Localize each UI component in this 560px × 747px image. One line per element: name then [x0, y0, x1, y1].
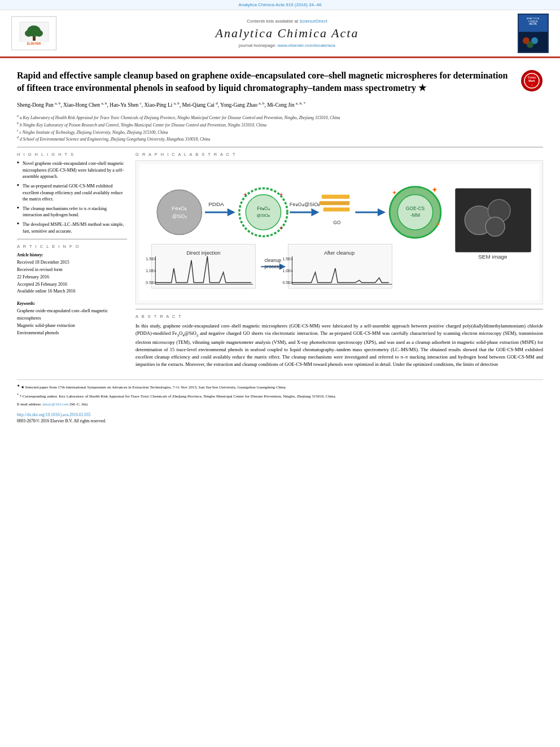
- abstract-header: A B S T R A C T: [135, 314, 543, 319]
- svg-text:-MM: -MM: [410, 213, 420, 219]
- two-column-layout: H I G H L I G H T S Novel graphene oxide…: [17, 152, 543, 368]
- svg-text:1.5E4: 1.5E4: [282, 257, 293, 261]
- highlight-item-4: The developed MSPE–LC–MS/MS method was s…: [17, 221, 127, 234]
- svg-text:@SiO₂: @SiO₂: [257, 213, 270, 219]
- graphical-abstract-section: G R A P H I C A L A B S T R A C T Fe₃O₄ …: [135, 152, 543, 304]
- email-label: E-mail address:: [17, 402, 42, 407]
- svg-text:0.5E4: 0.5E4: [282, 281, 293, 285]
- svg-text:ACTA: ACTA: [529, 22, 537, 25]
- svg-text:0.5E4: 0.5E4: [146, 281, 156, 285]
- sciencedirect-line: Contents lists available at ScienceDirec…: [68, 19, 506, 24]
- svg-text:✦: ✦: [431, 185, 438, 194]
- title-text: Rapid and effective sample cleanup based…: [17, 71, 508, 93]
- section-divider: [17, 147, 543, 147]
- svg-point-3: [25, 30, 33, 37]
- svg-point-54: [485, 217, 505, 237]
- journal-banner: ELSEVIER Contents lists available at Sci…: [0, 10, 560, 56]
- svg-text:✓: ✓: [531, 84, 533, 86]
- title-star: ★: [418, 83, 426, 93]
- svg-text:Fe₃O₄@SiO₂: Fe₃O₄@SiO₂: [290, 202, 321, 207]
- svg-text:@SiO₂: @SiO₂: [172, 213, 187, 219]
- affiliations: a a Key Laboratory of Health Risk Apprai…: [17, 113, 543, 142]
- affiliation-b: b b Ningbo Key Laboratory of Poison Rese…: [17, 121, 543, 128]
- left-column: H I G H L I G H T S Novel graphene oxide…: [17, 152, 127, 368]
- footer-notes: ★ ★ Selected paper from 17th Internation…: [17, 379, 543, 407]
- highlights-list: Novel graphene oxide-encapsulated core-s…: [17, 160, 127, 234]
- journal-cover: ANALYTICA CHIMICA ACTA: [518, 14, 549, 53]
- email-suffix: (M.-C. Jin).: [70, 402, 89, 407]
- footer-links: http://dx.doi.org/10.1016/j.aca.2016.02.…: [17, 412, 543, 423]
- article-title: Rapid and effective sample cleanup based…: [17, 69, 543, 95]
- svg-text:cleanup: cleanup: [265, 257, 282, 263]
- abstract-section: A B S T R A C T In this study, graphene …: [135, 314, 543, 369]
- journal-ref-text: Analytica Chimica Acta 919 (2016) 34–46: [239, 2, 322, 7]
- affiliation-c: c c Ningbo Institute of Technology, Zhej…: [17, 128, 543, 136]
- svg-text:SEM image: SEM image: [478, 254, 508, 260]
- email-link[interactable]: jmcjc@163.com: [43, 402, 69, 407]
- article-info: A R T I C L E I N F O Article history: R…: [17, 244, 127, 295]
- doi-text[interactable]: http://dx.doi.org/10.1016/j.aca.2016.02.…: [17, 412, 90, 417]
- svg-text:1.5E4: 1.5E4: [146, 257, 156, 261]
- crossmark-badge: Cross Mark ✓: [520, 69, 543, 92]
- contents-text: Contents lists available at: [247, 19, 298, 24]
- journal-ref: Analytica Chimica Acta 919 (2016) 34–46: [0, 0, 560, 10]
- sciencedirect-link[interactable]: ScienceDirect: [299, 19, 327, 24]
- svg-text:GO: GO: [333, 220, 341, 225]
- svg-point-29: [246, 195, 281, 230]
- authors: Sheng-Dong Pan a, b, Xiao-Hong Chen a, b…: [17, 101, 543, 109]
- authors-text: Sheng-Dong Pan a, b, Xiao-Hong Chen a, b…: [17, 102, 305, 108]
- article-info-header: A R T I C L E I N F O: [17, 244, 127, 249]
- graphical-abstract-header: G R A P H I C A L A B S T R A C T: [135, 152, 543, 157]
- affiliation-a: a a Key Laboratory of Health Risk Apprai…: [17, 113, 543, 121]
- svg-point-15: [527, 41, 533, 48]
- svg-text:PDDA: PDDA: [208, 201, 224, 207]
- abstract-content: In this study, graphene oxide-encapsulat…: [135, 323, 543, 367]
- journal-title-center: Contents lists available at ScienceDirec…: [68, 19, 506, 48]
- highlight-item-2: The as-prepared material GOE-CS-MM exhib…: [17, 183, 127, 203]
- svg-text:1.0E4: 1.0E4: [282, 269, 293, 273]
- page: Analytica Chimica Acta 919 (2016) 34–46 …: [0, 0, 560, 747]
- online-date: Available online 16 March 2016: [17, 288, 127, 295]
- doi-link[interactable]: http://dx.doi.org/10.1016/j.aca.2016.02.…: [17, 412, 543, 417]
- svg-rect-40: [323, 208, 350, 212]
- right-column: G R A P H I C A L A B S T R A C T Fe₃O₄ …: [135, 152, 543, 368]
- revised-date: 22 February 2016: [17, 274, 127, 281]
- svg-text:process: process: [265, 264, 282, 269]
- svg-text:Fe₃O₄: Fe₃O₄: [257, 206, 270, 211]
- journal-name: Analytica Chimica Acta: [68, 26, 506, 41]
- abstract-divider: [135, 309, 543, 309]
- footer-note-1: ★ ★ Selected paper from 17th Internation…: [17, 383, 543, 391]
- highlight-item-3: The cleanup mechanisms refer to π–π stac…: [17, 206, 127, 219]
- fabricated-word: fabricated: [333, 323, 352, 329]
- graphical-abstract-image: Fe₃O₄ @SiO₂ PDDA Fe₃O₄ @SiO₂: [135, 160, 543, 304]
- svg-text:+: +: [243, 191, 247, 198]
- svg-point-4: [35, 30, 43, 37]
- highlights-header: H I G H L I G H T S: [17, 152, 127, 157]
- svg-rect-38: [322, 195, 350, 199]
- footer-note-2: * * Corresponding author. Key Laboratory…: [17, 392, 543, 400]
- journal-homepage: journal homepage: www.elsevier.com/locat…: [68, 43, 506, 48]
- highlight-item-1: Novel graphene oxide-encapsulated core-s…: [17, 160, 127, 180]
- svg-text:Fe₃O₄: Fe₃O₄: [172, 205, 187, 211]
- main-content: Rapid and effective sample cleanup based…: [0, 58, 560, 432]
- keyword-1: Graphene oxide-encapsulated core–shell m…: [17, 308, 127, 322]
- keywords-section: Keywords: Graphene oxide-encapsulated co…: [17, 301, 127, 337]
- keywords-label: Keywords:: [17, 301, 127, 306]
- svg-text:+: +: [279, 191, 283, 198]
- keyword-3: Environmental phenols: [17, 330, 127, 337]
- accepted-date: Accepted 26 February 2016: [17, 281, 127, 289]
- svg-text:✦: ✦: [435, 221, 440, 228]
- abstract-text: In this study, graphene oxide-encapsulat…: [135, 322, 543, 369]
- svg-text:1.0E4: 1.0E4: [146, 269, 156, 273]
- revised-label: Received in revised form: [17, 267, 127, 274]
- article-history-label: Article history:: [17, 252, 127, 257]
- svg-text:ELSEVIER: ELSEVIER: [27, 41, 41, 45]
- svg-text:Direct injection: Direct injection: [186, 250, 220, 256]
- elsevier-logo: ELSEVIER: [11, 16, 56, 50]
- mid-divider: [17, 239, 127, 239]
- svg-text:+: +: [279, 224, 283, 231]
- graphical-abstract-svg: Fe₃O₄ @SiO₂ PDDA Fe₃O₄ @SiO₂: [139, 164, 539, 300]
- homepage-url[interactable]: www.elsevier.com/locate/aca: [278, 43, 335, 48]
- svg-text:Mark: Mark: [528, 79, 535, 82]
- affiliation-d: d d School of Environmental Science and …: [17, 135, 543, 142]
